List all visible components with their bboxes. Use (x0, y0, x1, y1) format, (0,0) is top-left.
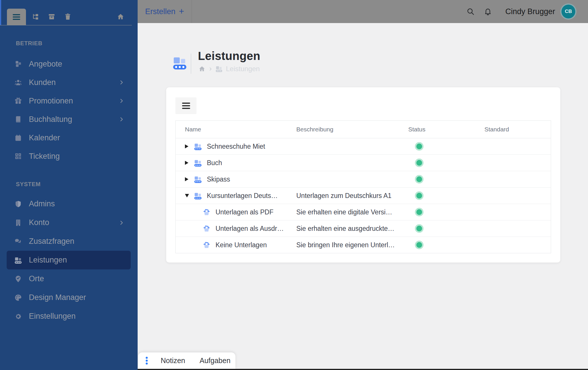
expander-icon[interactable] (185, 194, 191, 197)
table-row[interactable]: Skipass (176, 171, 551, 188)
topbar-right: Cindy Brugger CB (467, 5, 588, 18)
create-button[interactable]: Erstellen + (138, 0, 192, 23)
table-row[interactable]: Buch (176, 155, 551, 171)
sidebar-item-kalender[interactable]: Kalender (7, 129, 131, 147)
sidebar: BETRIEB Angebote Kunden Promotionen Buch… (0, 0, 138, 370)
status-active-dot (416, 226, 422, 231)
name-cell: Unterlagen als PDF (176, 208, 287, 216)
expand-triangle-icon (185, 144, 188, 148)
sidebar-item-konto[interactable]: Konto (7, 213, 131, 232)
sidebar-item-label: Angebote (29, 60, 62, 69)
window-tab-bar (0, 0, 138, 25)
home-icon[interactable] (199, 65, 205, 72)
sidebar-item-leistungen[interactable]: Leistungen (7, 251, 131, 269)
home-icon[interactable] (117, 13, 124, 20)
chevron-right-icon (208, 67, 213, 71)
leistungen-page-icon (173, 56, 187, 70)
tab-bar-divider (0, 25, 132, 25)
tab-notizen[interactable]: Notizen (153, 356, 192, 365)
sidebar-item-label: Admins (29, 199, 55, 208)
expander-icon[interactable] (185, 144, 191, 148)
sitemap-icon[interactable] (32, 13, 39, 20)
expander-icon[interactable] (185, 177, 191, 181)
bell-icon[interactable] (484, 7, 492, 16)
conveyor-icon (194, 143, 202, 150)
conveyor-icon (14, 256, 22, 264)
sidebar-item-design-manager[interactable]: Design Manager (7, 288, 131, 307)
search-icon[interactable] (467, 7, 475, 16)
chevron-right-icon (119, 220, 124, 226)
collapse-triangle-icon (185, 194, 189, 197)
sidebar-section-system: SYSTEM (16, 178, 138, 190)
page-title: Leistungen (198, 50, 260, 63)
conveyor-icon (194, 175, 202, 183)
sidebar-item-label: Einstellungen (29, 312, 76, 321)
building-icon (14, 219, 22, 226)
sidebar-item-label: Orte (29, 274, 44, 283)
row-name: Buch (207, 159, 222, 167)
column-header-status: Status (399, 126, 475, 133)
table-menu-button[interactable] (175, 97, 196, 114)
topbar: Erstellen + Cindy Brugger CB (138, 0, 588, 23)
sidebar-item-zusatzfragen[interactable]: Zusatzfragen (7, 232, 131, 251)
avatar[interactable]: CB (561, 5, 575, 18)
status-active-dot (416, 144, 422, 149)
cubes-icon (14, 60, 22, 68)
sidebar-item-buchhaltung[interactable]: Buchhaltung (7, 110, 131, 129)
chevron-right-icon (119, 116, 124, 122)
table-row[interactable]: Schneeschuhe Miet (176, 138, 551, 155)
kebab-dots-icon[interactable] (146, 356, 148, 365)
user-name[interactable]: Cindy Brugger (505, 7, 555, 16)
sidebar-item-promotionen[interactable]: Promotionen (7, 92, 131, 110)
sidebar-item-label: Konto (29, 218, 49, 227)
gear-icon (14, 313, 22, 320)
open-box-icon (202, 225, 211, 233)
status-cell (399, 193, 475, 199)
topbar-divider (192, 0, 192, 23)
sidebar-section-betrieb: BETRIEB (16, 37, 138, 49)
sidebar-item-admins[interactable]: Admins (7, 195, 131, 213)
status-active-dot (416, 160, 422, 166)
name-cell: Kursunterlagen Deuts… (176, 192, 287, 200)
row-description: Sie bringen Ihre eigenen Unterl… (287, 241, 399, 249)
breadcrumb: Leistungen (199, 65, 260, 73)
row-name: Unterlagen als Ausdr… (216, 225, 284, 233)
sidebar-item-label: Leistungen (29, 256, 67, 265)
sidebar-nav: BETRIEB Angebote Kunden Promotionen Buch… (0, 37, 138, 326)
leistungen-crumb-icon (216, 65, 222, 72)
tab-aufgaben[interactable]: Aufgaben (192, 356, 238, 365)
expander-icon[interactable] (185, 161, 191, 165)
status-cell (399, 226, 475, 231)
status-cell (399, 209, 475, 215)
status-active-dot (416, 193, 422, 199)
palette-icon (14, 294, 22, 301)
status-active-dot (416, 176, 422, 182)
sidebar-item-ticketing[interactable]: Ticketing (7, 147, 131, 165)
status-cell (399, 160, 475, 166)
table-row[interactable]: Unterlagen als PDF Sie erhalten eine dig… (176, 204, 551, 220)
open-box-icon (202, 208, 211, 216)
column-header-standard: Standard (475, 126, 551, 133)
footer-panel: Notizen Aufgaben (138, 352, 235, 369)
menu-tab[interactable] (7, 9, 26, 25)
users-icon (14, 79, 22, 86)
plus-icon: + (179, 6, 184, 17)
sidebar-item-kunden[interactable]: Kunden (7, 73, 131, 92)
gift-icon (14, 97, 22, 105)
table-row[interactable]: Keine Unterlagen Sie bringen Ihre eigene… (176, 237, 551, 253)
shield-icon (14, 200, 22, 208)
sidebar-item-label: Kunden (29, 78, 56, 87)
table-row[interactable]: Unterlagen als Ausdr… Sie erhalten eine … (176, 220, 551, 237)
name-cell: Unterlagen als Ausdr… (176, 225, 287, 233)
row-name: Kursunterlagen Deuts… (207, 192, 278, 200)
sidebar-item-angebote[interactable]: Angebote (7, 55, 131, 73)
archive-icon[interactable] (48, 13, 55, 20)
chevron-right-icon (119, 98, 124, 104)
status-active-dot (416, 242, 422, 248)
trash-icon[interactable] (64, 13, 72, 20)
sidebar-item-einstellungen[interactable]: Einstellungen (7, 307, 131, 326)
sidebar-item-orte[interactable]: Orte (7, 269, 131, 288)
sidebar-item-label: Kalender (29, 133, 60, 142)
table-row[interactable]: Kursunterlagen Deuts… Unterlagen zum Deu… (176, 188, 551, 204)
name-cell: Schneeschuhe Miet (176, 143, 287, 150)
